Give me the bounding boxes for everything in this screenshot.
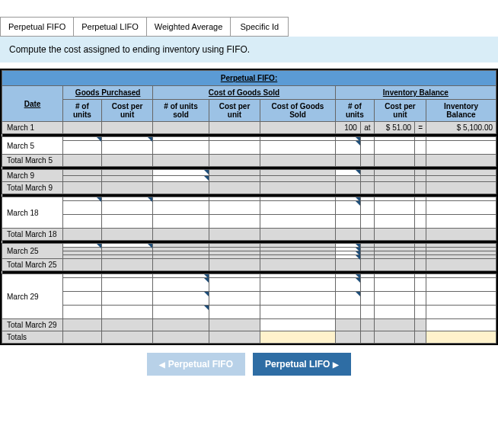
row-total-march9: Total March 9 bbox=[2, 182, 63, 194]
m29-s-units-input-3[interactable] bbox=[153, 292, 209, 306]
m5-b-units-input-2[interactable] bbox=[335, 141, 360, 155]
m18-p-cost-input[interactable] bbox=[101, 197, 152, 201]
chevron-left-icon: ◀ bbox=[159, 360, 165, 369]
totals-balance bbox=[426, 331, 496, 344]
row-total-march25: Total March 25 bbox=[2, 259, 63, 271]
m29-s-units-input-2[interactable] bbox=[153, 278, 209, 292]
row-total-march29: Total March 29 bbox=[2, 319, 63, 331]
tab-specific-id[interactable]: Specific Id bbox=[231, 18, 288, 36]
m18-p-units-input[interactable] bbox=[63, 197, 102, 201]
m18-b-units-input-2[interactable] bbox=[335, 201, 360, 215]
row-total-march18: Total March 18 bbox=[2, 229, 63, 241]
fifo-table: Perpetual FIFO: Date Goods Purchased Cos… bbox=[0, 69, 498, 345]
row-march1-date: March 1 bbox=[2, 122, 63, 134]
prev-button[interactable]: ◀ Perpetual FIFO bbox=[147, 353, 245, 376]
m5-p-cost-input[interactable] bbox=[101, 137, 152, 141]
table-title: Perpetual FIFO: bbox=[2, 71, 496, 86]
col-date: Date bbox=[2, 86, 63, 122]
col-b-units: # of units bbox=[335, 100, 374, 122]
m5-p-units-input[interactable] bbox=[63, 137, 102, 141]
row-totals: Totals bbox=[2, 331, 63, 344]
m1-cost: $ 51.00 bbox=[374, 122, 414, 134]
tab-perpetual-lifo[interactable]: Perpetual LIFO bbox=[74, 18, 147, 36]
next-button[interactable]: Perpetual LIFO ▶ bbox=[253, 353, 351, 376]
m1-at: at bbox=[360, 122, 374, 134]
m1-eq: = bbox=[415, 122, 426, 134]
row-total-march5: Total March 5 bbox=[2, 155, 63, 167]
tab-perpetual-fifo[interactable]: Perpetual FIFO bbox=[1, 18, 74, 36]
m9-s-units-input[interactable] bbox=[153, 170, 209, 176]
col-b-total: Inventory Balance bbox=[426, 100, 496, 122]
tab-bar: Perpetual FIFO Perpetual LIFO Weighted A… bbox=[0, 17, 289, 37]
col-s-total: Cost of Goods Sold bbox=[260, 100, 335, 122]
m9-b-units-input[interactable] bbox=[335, 170, 360, 176]
m1-bal: $ 5,100.00 bbox=[426, 122, 496, 134]
row-march18-date: March 18 bbox=[2, 197, 63, 229]
tab-weighted-average[interactable]: Weighted Average bbox=[147, 18, 231, 36]
m1-units: 100 bbox=[335, 122, 360, 134]
prev-label: Perpetual FIFO bbox=[168, 359, 233, 370]
m25-p-cost-input[interactable] bbox=[101, 244, 152, 248]
col-p-units: # of units bbox=[63, 100, 102, 122]
nav-buttons: ◀ Perpetual FIFO Perpetual LIFO ▶ bbox=[0, 353, 498, 376]
m29-b-units-input-2[interactable] bbox=[335, 278, 360, 292]
col-group-cogs: Cost of Goods Sold bbox=[153, 86, 335, 100]
row-march29-date: March 29 bbox=[2, 274, 63, 319]
row-march25-date: March 25 bbox=[2, 244, 63, 259]
totals-cogs bbox=[260, 331, 335, 344]
col-b-cost: Cost per unit bbox=[374, 100, 426, 122]
col-s-cost: Cost per unit bbox=[209, 100, 260, 122]
col-p-cost: Cost per unit bbox=[101, 100, 152, 122]
col-s-units: # of units sold bbox=[153, 100, 209, 122]
m25-p-units-input[interactable] bbox=[63, 244, 102, 248]
col-group-balance: Inventory Balance bbox=[335, 86, 496, 100]
next-label: Perpetual LIFO bbox=[265, 359, 330, 370]
m29-b-units-input-3[interactable] bbox=[335, 292, 360, 306]
row-march5-date: March 5 bbox=[2, 137, 63, 155]
col-group-purchased: Goods Purchased bbox=[63, 86, 153, 100]
m25-b-units-input-4[interactable] bbox=[335, 255, 360, 259]
m9-s-units-input-2[interactable] bbox=[153, 176, 209, 182]
row-march9-date: March 9 bbox=[2, 170, 63, 182]
chevron-right-icon: ▶ bbox=[333, 360, 339, 369]
instruction-text: Compute the cost assigned to ending inve… bbox=[0, 37, 498, 62]
m29-s-units-input-4[interactable] bbox=[153, 306, 209, 319]
